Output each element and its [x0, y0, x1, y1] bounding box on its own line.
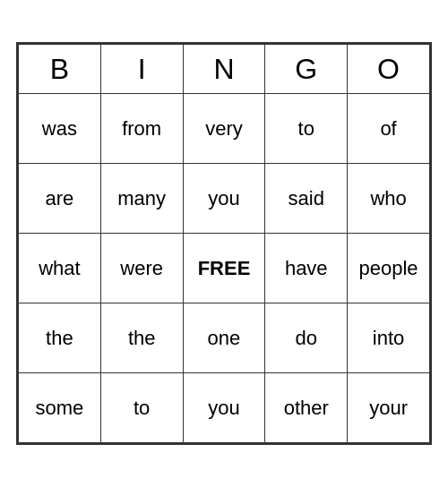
bingo-card: B I N G O wasfromverytoofaremanyyousaidw…: [16, 42, 432, 445]
table-cell: FREE: [183, 234, 265, 303]
table-cell: people: [348, 234, 430, 303]
header-n: N: [183, 45, 265, 94]
header-b: B: [19, 45, 101, 94]
table-cell: was: [19, 94, 101, 164]
table-cell: of: [348, 94, 430, 164]
table-cell: your: [348, 373, 430, 443]
table-cell: to: [100, 373, 183, 443]
table-cell: the: [100, 303, 183, 373]
table-cell: have: [265, 234, 348, 303]
table-cell: said: [265, 164, 348, 234]
table-cell: are: [19, 164, 101, 234]
table-row: aremanyyousaidwho: [19, 164, 430, 234]
bingo-body: wasfromverytoofaremanyyousaidwhowhatwere…: [19, 94, 430, 443]
table-cell: one: [183, 303, 265, 373]
header-row: B I N G O: [19, 45, 430, 94]
table-cell: the: [19, 303, 101, 373]
table-cell: other: [265, 373, 348, 443]
table-cell: into: [348, 303, 430, 373]
header-g: G: [265, 45, 348, 94]
table-row: wasfromverytoof: [19, 94, 430, 164]
table-row: whatwereFREEhavepeople: [19, 234, 430, 303]
table-cell: very: [183, 94, 265, 164]
table-cell: you: [183, 164, 265, 234]
table-cell: you: [183, 373, 265, 443]
table-cell: some: [19, 373, 101, 443]
table-cell: what: [19, 234, 101, 303]
table-cell: to: [265, 94, 348, 164]
table-row: sometoyouotheryour: [19, 373, 430, 443]
bingo-table: B I N G O wasfromverytoofaremanyyousaidw…: [18, 44, 430, 443]
table-row: thetheonedointo: [19, 303, 430, 373]
header-i: I: [100, 45, 183, 94]
table-cell: from: [100, 94, 183, 164]
header-o: O: [348, 45, 430, 94]
table-cell: were: [100, 234, 183, 303]
table-cell: who: [348, 164, 430, 234]
table-cell: many: [100, 164, 183, 234]
table-cell: do: [265, 303, 348, 373]
